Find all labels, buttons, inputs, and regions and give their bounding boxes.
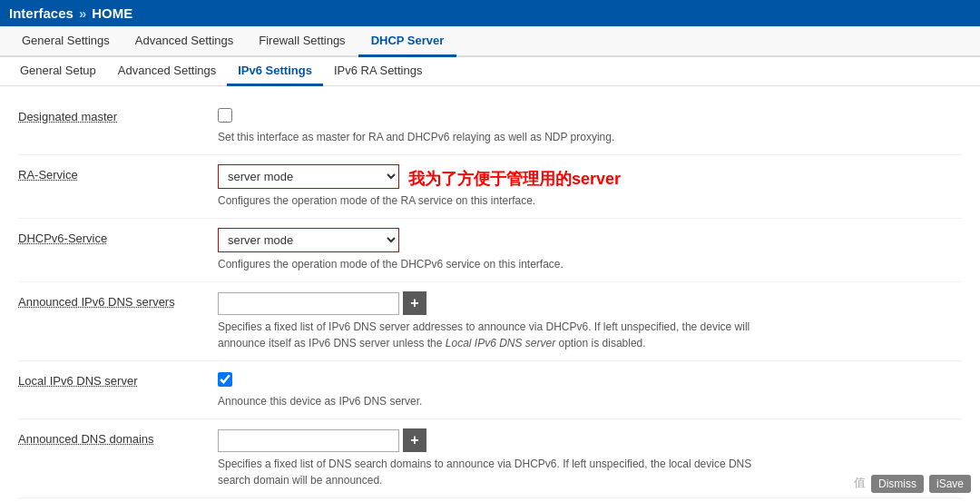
- tab-ipv6-settings[interactable]: IPv6 Settings: [227, 57, 323, 86]
- tab-general-settings[interactable]: General Settings: [9, 26, 122, 57]
- header-bar: Interfaces » HOME: [0, 0, 980, 26]
- control-local-ipv6-dns: Announce this device as IPv6 DNS server.: [218, 370, 962, 409]
- control-dhcpv6-service: server mode relay mode disabled Configur…: [218, 228, 962, 272]
- desc-designated-master: Set this interface as master for RA and …: [218, 129, 762, 145]
- tab-general-setup[interactable]: General Setup: [9, 57, 107, 86]
- row-ndp-proxy: NDP-Proxy disabled relay mode hybrid mod…: [18, 498, 962, 502]
- row-announced-ipv6-dns: Announced IPv6 DNS servers + Specifies a…: [18, 282, 962, 361]
- desc-local-ipv6-dns: Announce this device as IPv6 DNS server.: [218, 393, 762, 409]
- breadcrumb-interfaces: Interfaces: [9, 5, 74, 21]
- label-designated-master: Designated master: [18, 106, 218, 123]
- desc-ra-service: Configures the operation mode of the RA …: [218, 192, 762, 209]
- tab-dhcp-server[interactable]: DHCP Server: [358, 26, 457, 57]
- control-ra-service: server mode relay mode disabled 我为了方便于管理…: [218, 164, 962, 209]
- content-area: Designated master Set this interface as …: [0, 86, 980, 502]
- tab-advanced-settings-secondary[interactable]: Advanced Settings: [107, 57, 227, 86]
- select-ra-service[interactable]: server mode relay mode disabled: [218, 164, 399, 189]
- watermark-area: 值 Dismiss iSave: [854, 475, 971, 493]
- row-ra-service: RA-Service server mode relay mode disabl…: [18, 155, 962, 219]
- btn-dismiss[interactable]: Dismiss: [871, 475, 924, 493]
- row-local-ipv6-dns: Local IPv6 DNS server Announce this devi…: [18, 361, 962, 419]
- tab-firewall-settings[interactable]: Firewall Settings: [246, 26, 358, 57]
- btn-add-dns-domains[interactable]: +: [403, 428, 426, 452]
- label-dhcpv6-service: DHCPv6-Service: [18, 228, 218, 245]
- primary-tabs: General Settings Advanced Settings Firew…: [0, 26, 980, 57]
- input-group-announced-dns-domains: +: [218, 428, 962, 452]
- desc-dhcpv6-service: Configures the operation mode of the DHC…: [218, 256, 762, 272]
- desc-announced-ipv6-dns: Specifies a fixed list of IPv6 DNS serve…: [218, 319, 762, 351]
- input-group-announced-ipv6-dns: +: [218, 291, 962, 315]
- input-announced-dns-domains[interactable]: [218, 429, 399, 452]
- label-announced-dns-domains: Announced DNS domains: [18, 428, 218, 446]
- breadcrumb-page: HOME: [92, 5, 132, 21]
- label-ra-service: RA-Service: [18, 164, 218, 182]
- btn-add-ipv6-dns[interactable]: +: [403, 291, 426, 315]
- tab-advanced-settings[interactable]: Advanced Settings: [122, 26, 246, 57]
- checkbox-local-ipv6-dns[interactable]: [218, 372, 232, 387]
- row-dhcpv6-service: DHCPv6-Service server mode relay mode di…: [18, 219, 962, 282]
- breadcrumb-separator: »: [79, 5, 86, 21]
- control-announced-ipv6-dns: + Specifies a fixed list of IPv6 DNS ser…: [218, 291, 962, 351]
- control-announced-dns-domains: + Specifies a fixed list of DNS search d…: [218, 428, 962, 488]
- label-announced-ipv6-dns: Announced IPv6 DNS servers: [18, 291, 218, 309]
- label-local-ipv6-dns: Local IPv6 DNS server: [18, 370, 218, 388]
- secondary-tabs: General Setup Advanced Settings IPv6 Set…: [0, 57, 980, 86]
- checkbox-designated-master[interactable]: [218, 108, 232, 123]
- desc-announced-dns-domains: Specifies a fixed list of DNS search dom…: [218, 456, 762, 488]
- row-announced-dns-domains: Announced DNS domains + Specifies a fixe…: [18, 419, 962, 498]
- annotation-ra-service: 我为了方便于管理用的server: [408, 168, 621, 190]
- tab-ipv6-ra-settings[interactable]: IPv6 RA Settings: [323, 57, 434, 86]
- watermark-value: 值: [854, 475, 866, 493]
- select-dhcpv6-service[interactable]: server mode relay mode disabled: [218, 228, 399, 252]
- input-announced-ipv6-dns[interactable]: [218, 292, 399, 315]
- control-designated-master: Set this interface as master for RA and …: [218, 106, 962, 145]
- row-designated-master: Designated master Set this interface as …: [18, 97, 962, 155]
- btn-isave[interactable]: iSave: [929, 475, 971, 493]
